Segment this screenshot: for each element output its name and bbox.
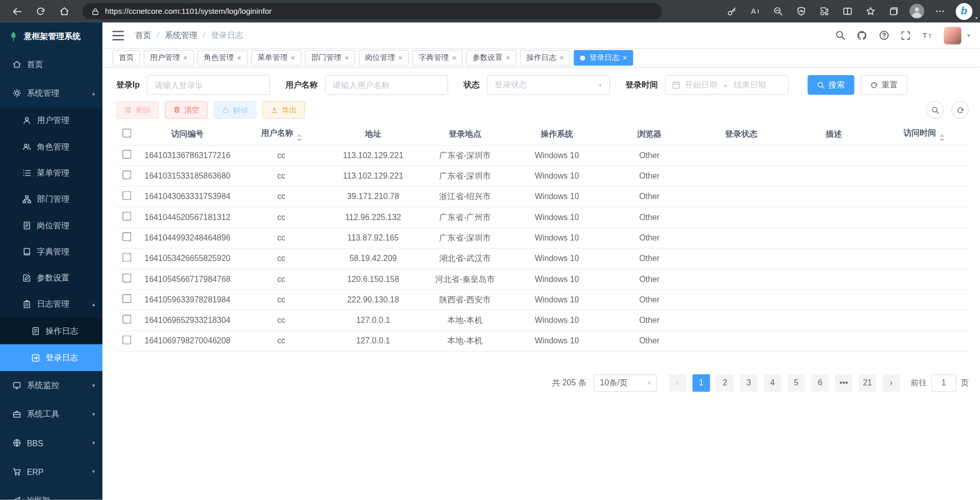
row-checkbox[interactable] bbox=[122, 274, 131, 282]
close-tab-icon[interactable]: × bbox=[345, 54, 349, 62]
sidebar-item-yi-framework[interactable]: Yi框架 bbox=[0, 486, 102, 500]
close-tab-icon[interactable]: × bbox=[291, 54, 295, 62]
collections-icon[interactable] bbox=[886, 4, 901, 18]
table-row[interactable]: 1641054566717984768cc120.6.150.158河北省-秦皇… bbox=[116, 269, 969, 289]
breadcrumb-home[interactable]: 首页 bbox=[135, 30, 152, 41]
back-icon[interactable] bbox=[8, 3, 27, 20]
date-range-picker[interactable]: 开始日期 - 结束日期 bbox=[665, 75, 789, 95]
table-row[interactable]: 1641043063331753984cc39.171.210.78浙江省-绍兴… bbox=[116, 186, 969, 207]
refresh-table-button[interactable] bbox=[951, 101, 969, 119]
password-key-icon[interactable] bbox=[725, 4, 739, 18]
sort-carets-icon[interactable] bbox=[939, 134, 944, 141]
tab-role-management[interactable]: 角色管理× bbox=[198, 50, 248, 66]
status-select[interactable]: 登录状态 ▾ bbox=[486, 75, 609, 95]
close-tab-icon[interactable]: × bbox=[398, 54, 403, 62]
user-avatar[interactable] bbox=[944, 27, 962, 44]
username-input[interactable] bbox=[333, 76, 440, 95]
page-2-button[interactable]: 2 bbox=[716, 374, 734, 392]
page-1-button[interactable]: 1 bbox=[693, 374, 710, 392]
row-checkbox[interactable] bbox=[122, 212, 131, 221]
page-5-button[interactable]: 5 bbox=[787, 374, 805, 392]
page-6-button[interactable]: 6 bbox=[811, 374, 828, 392]
login-ip-input[interactable] bbox=[155, 76, 262, 95]
sidebar-item-system-tools[interactable]: 系统工具 ▾ bbox=[0, 400, 102, 428]
reset-button[interactable]: 重置 bbox=[860, 75, 907, 95]
breadcrumb-system[interactable]: 系统管理 bbox=[165, 30, 197, 41]
browser-essentials-icon[interactable] bbox=[794, 4, 808, 18]
split-screen-icon[interactable] bbox=[840, 4, 855, 18]
row-checkbox[interactable] bbox=[122, 232, 131, 241]
close-tab-icon[interactable]: × bbox=[452, 54, 457, 62]
row-checkbox[interactable] bbox=[122, 336, 131, 344]
sidebar-item-user-management[interactable]: 用户管理 bbox=[0, 107, 102, 134]
row-checkbox[interactable] bbox=[122, 191, 131, 200]
sidebar-item-post-management[interactable]: 岗位管理 bbox=[0, 212, 102, 238]
row-checkbox[interactable] bbox=[122, 170, 131, 179]
more-pages-button[interactable]: ••• bbox=[835, 374, 853, 392]
column-header-sortable[interactable]: 用户名称 bbox=[238, 124, 325, 145]
sidebar-item-erp[interactable]: ERP ▾ bbox=[0, 458, 102, 486]
table-row[interactable]: 1641044520567181312cc112.96.225.132广东省-广… bbox=[116, 207, 969, 227]
close-tab-icon[interactable]: × bbox=[560, 54, 564, 62]
caret-down-icon[interactable]: ▾ bbox=[967, 32, 970, 38]
table-row[interactable]: 1641031533185863680cc113.102.129.221广东省-… bbox=[116, 165, 969, 186]
address-bar[interactable]: https://ccnetcore.com:1101/system/log/lo… bbox=[82, 3, 662, 19]
sidebar-item-operation-log[interactable]: 操作日志 bbox=[0, 317, 102, 344]
sidebar-item-system-management[interactable]: 系统管理 ▴ bbox=[0, 79, 102, 107]
sidebar-item-role-management[interactable]: 角色管理 bbox=[0, 134, 102, 160]
table-row[interactable]: 1641053426655825920cc58.19.42.209湖北省-武汉市… bbox=[116, 248, 969, 269]
unlock-button[interactable]: 解锁 bbox=[214, 101, 256, 119]
column-header-sortable[interactable]: 访问时间 bbox=[879, 124, 969, 145]
close-tab-icon[interactable]: × bbox=[237, 54, 242, 62]
goto-page-input[interactable] bbox=[931, 374, 956, 392]
row-checkbox[interactable] bbox=[122, 315, 131, 323]
favorites-star-icon[interactable] bbox=[863, 4, 878, 18]
refresh-icon[interactable] bbox=[31, 3, 50, 20]
search-button[interactable]: 搜索 bbox=[807, 75, 855, 95]
sidebar-item-param-settings[interactable]: 参数设置 bbox=[0, 265, 102, 291]
sidebar-item-system-monitor[interactable]: 系统监控 ▾ bbox=[0, 371, 102, 400]
delete-button[interactable]: 删除 bbox=[116, 101, 159, 119]
toggle-search-button[interactable] bbox=[926, 101, 944, 119]
tab-menu-management[interactable]: 菜单管理× bbox=[251, 50, 302, 66]
tab-user-management[interactable]: 用户管理× bbox=[144, 50, 194, 66]
row-checkbox[interactable] bbox=[122, 150, 131, 159]
tab-dept-management[interactable]: 部门管理× bbox=[305, 50, 355, 66]
caret-down-icon[interactable]: ▾ bbox=[975, 15, 977, 20]
select-all-checkbox[interactable] bbox=[122, 129, 131, 138]
close-tab-icon[interactable]: × bbox=[506, 54, 510, 62]
tab-login-log[interactable]: 登录日志× bbox=[574, 50, 633, 66]
prev-page-button[interactable]: ‹ bbox=[669, 374, 686, 392]
help-icon[interactable] bbox=[879, 30, 890, 41]
more-options-icon[interactable] bbox=[932, 4, 947, 18]
sidebar-item-login-log[interactable]: 登录日志 bbox=[0, 344, 102, 371]
close-tab-icon[interactable]: × bbox=[183, 54, 188, 62]
table-row[interactable]: 1641069652933218304cc127.0.0.1本地-本机Windo… bbox=[116, 310, 969, 330]
sidebar-item-home[interactable]: 首页 bbox=[0, 50, 102, 79]
sidebar-item-dept-management[interactable]: 部门管理 bbox=[0, 186, 102, 212]
tab-home[interactable]: 首页 bbox=[113, 50, 140, 66]
tab-operation-log[interactable]: 操作日志× bbox=[520, 50, 570, 66]
home-icon[interactable] bbox=[55, 3, 74, 20]
sidebar-item-dict-management[interactable]: 字典管理 bbox=[0, 238, 102, 265]
table-row[interactable]: 1641059633978281984cc222.90.130.18陕西省-西安… bbox=[116, 289, 969, 310]
close-tab-icon[interactable]: × bbox=[623, 54, 627, 62]
row-checkbox[interactable] bbox=[122, 253, 131, 262]
read-aloud-icon[interactable]: A bbox=[748, 4, 762, 18]
extensions-icon[interactable] bbox=[817, 4, 832, 18]
tab-dict-management[interactable]: 字典管理× bbox=[413, 50, 463, 66]
table-row[interactable]: 1641044993248464896cc113.87.92.165广东省-深圳… bbox=[116, 227, 969, 248]
zoom-icon[interactable] bbox=[771, 4, 785, 18]
app-logo[interactable]: 意框架管理系统 bbox=[0, 23, 102, 50]
tab-param-settings[interactable]: 参数设置× bbox=[466, 50, 517, 66]
export-button[interactable]: 导出 bbox=[263, 101, 305, 119]
github-icon[interactable] bbox=[857, 30, 868, 41]
row-checkbox[interactable] bbox=[122, 294, 131, 303]
page-3-button[interactable]: 3 bbox=[740, 374, 757, 392]
font-size-icon[interactable]: TT bbox=[922, 30, 933, 41]
next-page-button[interactable]: › bbox=[883, 374, 900, 392]
bing-copilot-icon[interactable]: b bbox=[955, 3, 972, 19]
profile-avatar-icon[interactable] bbox=[909, 4, 924, 18]
header-search-icon[interactable] bbox=[835, 30, 846, 41]
sort-carets-icon[interactable] bbox=[296, 134, 302, 141]
